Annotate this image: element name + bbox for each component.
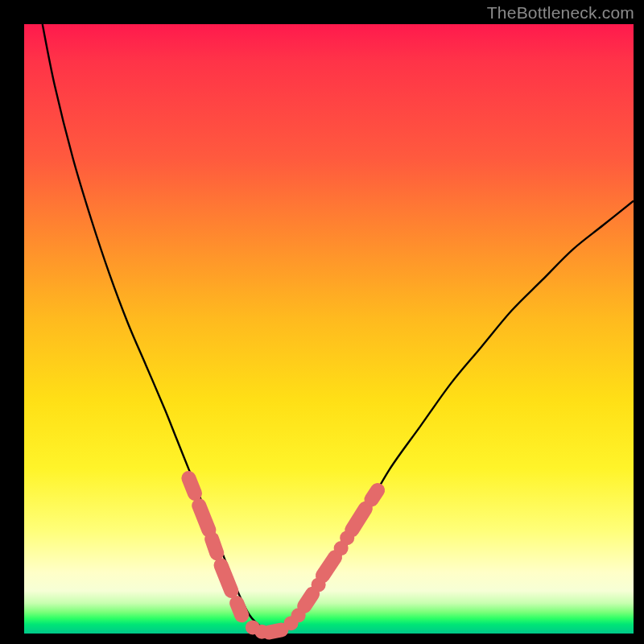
marker-capsule <box>237 603 242 615</box>
marker-capsule <box>188 478 195 493</box>
marker-capsule <box>352 509 365 530</box>
marker-capsule <box>221 565 232 591</box>
curve-svg <box>24 24 634 634</box>
chart-frame: TheBottleneck.com <box>0 0 644 644</box>
marker-capsule <box>304 594 312 606</box>
marker-capsule <box>371 490 378 499</box>
marker-capsule <box>199 506 208 530</box>
watermark-text: TheBottleneck.com <box>487 3 634 23</box>
plot-area <box>24 24 634 634</box>
marker-capsule <box>269 630 281 632</box>
marker-layer <box>188 478 378 639</box>
marker-capsule <box>323 557 335 576</box>
marker-capsule <box>212 539 217 553</box>
